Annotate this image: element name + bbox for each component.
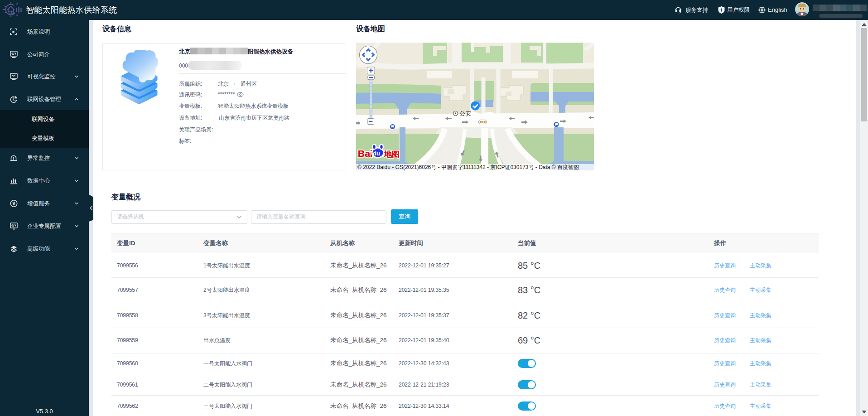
svg-text:地图: 地图	[384, 150, 400, 159]
svg-text:Bai: Bai	[358, 148, 373, 159]
svg-text:公安: 公安	[459, 110, 471, 117]
svg-text:© 2022 Baidu - GS(2021)6026号 -: © 2022 Baidu - GS(2021)6026号 - 甲测资字11111…	[357, 164, 579, 170]
svg-text:du: du	[373, 150, 380, 157]
